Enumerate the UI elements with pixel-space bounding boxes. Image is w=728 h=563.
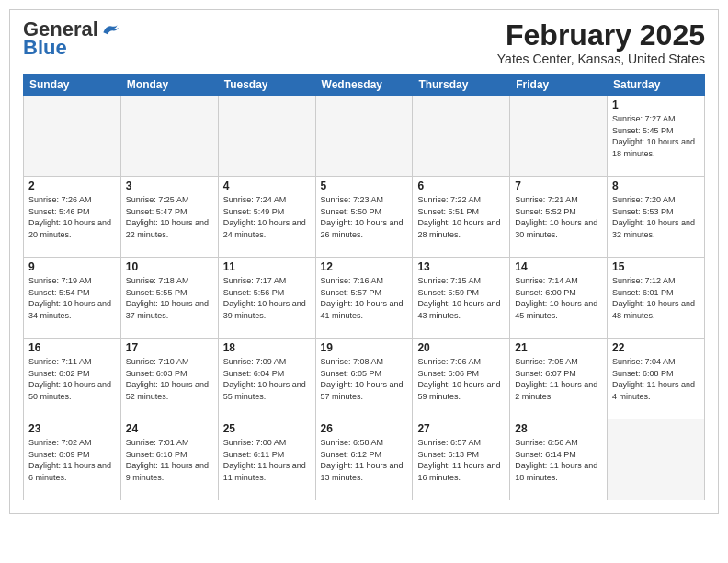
day-cell: 6Sunrise: 7:22 AM Sunset: 5:51 PM Daylig… [413,177,510,258]
day-info: Sunrise: 7:19 AM Sunset: 5:54 PM Dayligh… [28,275,116,321]
day-info: Sunrise: 7:04 AM Sunset: 6:08 PM Dayligh… [612,356,700,402]
day-info: Sunrise: 7:11 AM Sunset: 6:02 PM Dayligh… [28,356,116,402]
header-tuesday: Tuesday [218,75,315,96]
day-cell: 18Sunrise: 7:09 AM Sunset: 6:04 PM Dayli… [218,339,315,419]
day-cell: 7Sunrise: 7:21 AM Sunset: 5:52 PM Daylig… [510,177,608,258]
day-cell [24,96,121,177]
day-cell: 25Sunrise: 7:00 AM Sunset: 6:11 PM Dayli… [218,419,315,500]
day-info: Sunrise: 7:26 AM Sunset: 5:46 PM Dayligh… [28,194,116,240]
day-number: 18 [223,341,311,354]
day-number: 16 [28,341,116,354]
header-saturday: Saturday [608,75,705,96]
day-number: 23 [28,422,116,435]
week-row-3: 9Sunrise: 7:19 AM Sunset: 5:54 PM Daylig… [24,258,705,339]
day-number: 4 [223,179,311,192]
day-info: Sunrise: 7:12 AM Sunset: 6:01 PM Dayligh… [612,275,700,321]
day-number: 21 [515,341,602,354]
day-number: 14 [515,260,602,273]
day-info: Sunrise: 7:17 AM Sunset: 5:56 PM Dayligh… [223,275,311,321]
day-cell: 4Sunrise: 7:24 AM Sunset: 5:49 PM Daylig… [218,177,315,258]
day-info: Sunrise: 6:57 AM Sunset: 6:13 PM Dayligh… [417,437,505,483]
day-number: 8 [612,179,700,192]
day-number: 1 [612,98,700,111]
month-title: February 2025 [497,19,705,52]
day-number: 24 [126,422,213,435]
day-info: Sunrise: 7:00 AM Sunset: 6:11 PM Dayligh… [223,437,311,483]
header: General Blue February 2025 Yates Center,… [23,19,705,66]
day-cell: 3Sunrise: 7:25 AM Sunset: 5:47 PM Daylig… [120,177,218,258]
day-info: Sunrise: 6:56 AM Sunset: 6:14 PM Dayligh… [515,437,602,483]
day-number: 6 [417,179,505,192]
week-row-4: 16Sunrise: 7:11 AM Sunset: 6:02 PM Dayli… [24,339,705,419]
day-number: 3 [126,179,213,192]
header-monday: Monday [120,75,218,96]
day-cell: 21Sunrise: 7:05 AM Sunset: 6:07 PM Dayli… [510,339,608,419]
calendar-page: General Blue February 2025 Yates Center,… [9,9,719,514]
day-cell: 1Sunrise: 7:27 AM Sunset: 5:45 PM Daylig… [608,96,705,177]
day-number: 11 [223,260,311,273]
day-cell: 17Sunrise: 7:10 AM Sunset: 6:03 PM Dayli… [120,339,218,419]
day-info: Sunrise: 7:22 AM Sunset: 5:51 PM Dayligh… [417,194,505,240]
week-row-2: 2Sunrise: 7:26 AM Sunset: 5:46 PM Daylig… [24,177,705,258]
logo: General Blue [23,19,119,60]
day-cell: 19Sunrise: 7:08 AM Sunset: 6:05 PM Dayli… [315,339,413,419]
day-info: Sunrise: 7:18 AM Sunset: 5:55 PM Dayligh… [126,275,213,321]
day-cell: 9Sunrise: 7:19 AM Sunset: 5:54 PM Daylig… [24,258,121,339]
location-text: Yates Center, Kansas, United States [497,52,705,66]
day-info: Sunrise: 7:05 AM Sunset: 6:07 PM Dayligh… [515,356,602,402]
day-info: Sunrise: 7:06 AM Sunset: 6:06 PM Dayligh… [417,356,505,402]
day-cell: 23Sunrise: 7:02 AM Sunset: 6:09 PM Dayli… [24,419,121,500]
title-block: February 2025 Yates Center, Kansas, Unit… [497,19,705,66]
day-number: 26 [321,422,408,435]
day-info: Sunrise: 7:10 AM Sunset: 6:03 PM Dayligh… [126,356,213,402]
day-number: 19 [321,341,408,354]
day-cell: 16Sunrise: 7:11 AM Sunset: 6:02 PM Dayli… [24,339,121,419]
day-number: 15 [612,260,700,273]
week-row-1: 1Sunrise: 7:27 AM Sunset: 5:45 PM Daylig… [24,96,705,177]
day-info: Sunrise: 7:21 AM Sunset: 5:52 PM Dayligh… [515,194,602,240]
day-info: Sunrise: 7:23 AM Sunset: 5:50 PM Dayligh… [321,194,408,240]
day-number: 17 [126,341,213,354]
header-friday: Friday [510,75,608,96]
day-cell [120,96,218,177]
day-number: 10 [126,260,213,273]
day-info: Sunrise: 7:02 AM Sunset: 6:09 PM Dayligh… [28,437,116,483]
day-cell: 12Sunrise: 7:16 AM Sunset: 5:57 PM Dayli… [315,258,413,339]
header-thursday: Thursday [413,75,510,96]
day-cell: 15Sunrise: 7:12 AM Sunset: 6:01 PM Dayli… [608,258,705,339]
day-cell [413,96,510,177]
day-info: Sunrise: 7:20 AM Sunset: 5:53 PM Dayligh… [612,194,700,240]
day-cell [510,96,608,177]
day-cell: 13Sunrise: 7:15 AM Sunset: 5:59 PM Dayli… [413,258,510,339]
day-number: 9 [28,260,116,273]
day-cell: 2Sunrise: 7:26 AM Sunset: 5:46 PM Daylig… [24,177,121,258]
day-cell: 20Sunrise: 7:06 AM Sunset: 6:06 PM Dayli… [413,339,510,419]
day-cell [315,96,413,177]
day-cell: 28Sunrise: 6:56 AM Sunset: 6:14 PM Dayli… [510,419,608,500]
calendar-table: Sunday Monday Tuesday Wednesday Thursday… [23,74,705,500]
week-row-5: 23Sunrise: 7:02 AM Sunset: 6:09 PM Dayli… [24,419,705,500]
day-cell: 26Sunrise: 6:58 AM Sunset: 6:12 PM Dayli… [315,419,413,500]
day-cell: 5Sunrise: 7:23 AM Sunset: 5:50 PM Daylig… [315,177,413,258]
day-cell: 22Sunrise: 7:04 AM Sunset: 6:08 PM Dayli… [608,339,705,419]
day-info: Sunrise: 6:58 AM Sunset: 6:12 PM Dayligh… [321,437,408,483]
day-info: Sunrise: 7:09 AM Sunset: 6:04 PM Dayligh… [223,356,311,402]
day-cell: 27Sunrise: 6:57 AM Sunset: 6:13 PM Dayli… [413,419,510,500]
day-info: Sunrise: 7:08 AM Sunset: 6:05 PM Dayligh… [321,356,408,402]
day-number: 12 [321,260,408,273]
day-cell: 11Sunrise: 7:17 AM Sunset: 5:56 PM Dayli… [218,258,315,339]
day-cell [218,96,315,177]
day-number: 25 [223,422,311,435]
day-number: 5 [321,179,408,192]
day-number: 22 [612,341,700,354]
day-info: Sunrise: 7:15 AM Sunset: 5:59 PM Dayligh… [417,275,505,321]
logo-bird-icon [100,20,119,39]
day-number: 20 [417,341,505,354]
logo-blue-text: Blue [23,36,67,60]
day-cell: 24Sunrise: 7:01 AM Sunset: 6:10 PM Dayli… [120,419,218,500]
day-cell: 14Sunrise: 7:14 AM Sunset: 6:00 PM Dayli… [510,258,608,339]
day-info: Sunrise: 7:24 AM Sunset: 5:49 PM Dayligh… [223,194,311,240]
day-cell: 8Sunrise: 7:20 AM Sunset: 5:53 PM Daylig… [608,177,705,258]
day-cell: 10Sunrise: 7:18 AM Sunset: 5:55 PM Dayli… [120,258,218,339]
day-number: 13 [417,260,505,273]
